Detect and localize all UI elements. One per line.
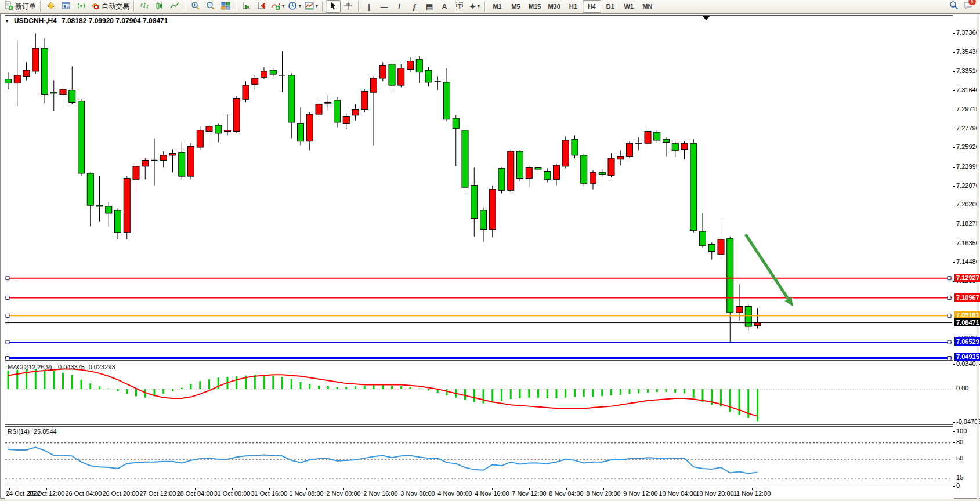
date-label[interactable]: 4 Nov 00:00 xyxy=(437,490,472,497)
candle-body[interactable] xyxy=(727,238,733,313)
line-handle[interactable] xyxy=(6,296,9,300)
date-label[interactable]: 7 Nov 12:00 xyxy=(512,490,546,497)
line-handle[interactable] xyxy=(948,277,951,280)
candle-body[interactable] xyxy=(325,102,331,103)
candle-body[interactable] xyxy=(517,151,523,179)
candle-body[interactable] xyxy=(379,66,386,78)
bars-chart-button[interactable] xyxy=(137,0,152,13)
date-axis[interactable]: 24 Oct 202225 Oct 12:0026 Oct 04:0026 Oc… xyxy=(5,488,954,499)
indicators-button[interactable]: ▾ xyxy=(269,0,286,13)
timeframe-button-h4[interactable]: H4 xyxy=(583,0,601,13)
candle-body[interactable] xyxy=(115,210,121,233)
candle-body[interactable] xyxy=(389,64,395,85)
rsi-chart[interactable] xyxy=(5,427,953,487)
candle-body[interactable] xyxy=(23,70,30,76)
date-label[interactable]: 26 Oct 04:00 xyxy=(66,490,102,497)
candle-body[interactable] xyxy=(60,89,66,95)
timeframe-button-m30[interactable]: M30 xyxy=(544,0,563,13)
candle-body[interactable] xyxy=(334,100,341,122)
arrows-button[interactable]: ✦▾ xyxy=(467,0,482,13)
candle-body[interactable] xyxy=(608,158,614,175)
candle-body[interactable] xyxy=(526,168,532,179)
label-button[interactable]: T xyxy=(452,0,467,13)
candle-body[interactable] xyxy=(32,48,39,71)
date-label[interactable]: 27 Oct 12:00 xyxy=(140,490,176,497)
zoom-in-button[interactable] xyxy=(188,0,203,13)
candle-body[interactable] xyxy=(754,323,761,326)
candle-body[interactable] xyxy=(243,85,249,99)
date-label[interactable]: 1 Nov 08:00 xyxy=(289,490,323,497)
chevron-down-icon[interactable]: ▾ xyxy=(316,4,318,9)
candle-body[interactable] xyxy=(554,165,560,179)
candle-body[interactable] xyxy=(745,307,751,327)
date-label[interactable]: 31 Oct 00:00 xyxy=(214,490,251,497)
quotes-button[interactable] xyxy=(44,0,59,13)
chart-shift-marker-icon[interactable] xyxy=(703,16,710,20)
candle-body[interactable] xyxy=(590,172,596,183)
new-order-button[interactable]: 新订单 xyxy=(2,0,38,13)
auto-trading-button[interactable]: 自动交易 xyxy=(89,0,131,13)
timeframe-button-w1[interactable]: W1 xyxy=(620,0,638,13)
timeframe-button-m5[interactable]: M5 xyxy=(507,0,525,13)
search-icon[interactable] xyxy=(949,1,959,12)
candle-body[interactable] xyxy=(316,104,322,114)
candle-body[interactable] xyxy=(489,190,496,230)
timeframe-button-d1[interactable]: D1 xyxy=(601,0,620,13)
data-window-button[interactable] xyxy=(59,0,74,13)
chevron-down-icon[interactable]: ▼ xyxy=(5,19,9,24)
candle-body[interactable] xyxy=(425,70,432,82)
candle-body[interactable] xyxy=(672,143,678,150)
candle-body[interactable] xyxy=(14,75,20,84)
timeframe-button-h1[interactable]: H1 xyxy=(564,0,583,13)
date-label[interactable]: 2 Nov 00:00 xyxy=(326,490,360,497)
timeframe-button-m15[interactable]: M15 xyxy=(525,0,544,13)
candle-body[interactable] xyxy=(508,151,514,190)
tile-windows-button[interactable] xyxy=(218,0,233,13)
periods-button[interactable]: ▾ xyxy=(286,0,303,13)
date-label[interactable]: 31 Oct 16:00 xyxy=(251,490,288,497)
candle-body[interactable] xyxy=(708,244,715,251)
candle-body[interactable] xyxy=(535,168,541,169)
candle-body[interactable] xyxy=(5,79,12,84)
vline-button[interactable]: | xyxy=(361,0,377,13)
candle-body[interactable] xyxy=(690,143,697,230)
candle-body[interactable] xyxy=(480,210,487,230)
candle-body[interactable] xyxy=(663,139,670,142)
candle-body[interactable] xyxy=(416,59,422,72)
candle-body[interactable] xyxy=(544,171,551,179)
candle-body[interactable] xyxy=(179,153,185,176)
chart-ohlc-header[interactable]: ▼ USDCNH-,H4 7.08182 7.09920 7.07904 7.0… xyxy=(5,17,168,25)
candle-body[interactable] xyxy=(453,118,459,128)
candle-body[interactable] xyxy=(627,143,633,156)
line-handle[interactable] xyxy=(948,296,951,300)
candle-body[interactable] xyxy=(261,71,267,77)
line-handle[interactable] xyxy=(6,277,9,280)
line-handle[interactable] xyxy=(6,314,9,317)
date-label[interactable]: 4 Nov 16:00 xyxy=(475,490,509,497)
candle-body[interactable] xyxy=(42,48,48,94)
candle-body[interactable] xyxy=(361,91,368,109)
candles-chart-button[interactable] xyxy=(152,0,167,13)
line-handle[interactable] xyxy=(6,357,9,360)
candle-body[interactable] xyxy=(371,78,377,92)
date-label[interactable]: 3 Nov 08:00 xyxy=(400,490,435,497)
candle-body[interactable] xyxy=(645,131,651,143)
price-axis[interactable]: 7.373607.354357.335107.316407.297157.277… xyxy=(953,14,980,498)
candle-body[interactable] xyxy=(581,155,587,183)
chevron-down-icon[interactable]: ▾ xyxy=(299,4,301,9)
notifications-button[interactable]: 1 xyxy=(963,1,973,12)
candle-body[interactable] xyxy=(444,82,450,119)
date-label[interactable]: 25 Oct 12:00 xyxy=(28,490,65,497)
candle-body[interactable] xyxy=(298,124,304,141)
cursor-button[interactable] xyxy=(326,0,341,13)
candle-body[interactable] xyxy=(352,109,359,115)
line-chart-button[interactable] xyxy=(167,0,182,13)
timeframe-button-m1[interactable]: M1 xyxy=(488,0,507,13)
candle-body[interactable] xyxy=(197,130,203,147)
line-handle[interactable] xyxy=(6,340,9,344)
candle-body[interactable] xyxy=(572,139,578,155)
candle-body[interactable] xyxy=(718,239,724,255)
text-button[interactable]: A xyxy=(437,0,452,13)
candle-body[interactable] xyxy=(306,114,313,141)
chart-shift-button[interactable] xyxy=(254,0,269,13)
